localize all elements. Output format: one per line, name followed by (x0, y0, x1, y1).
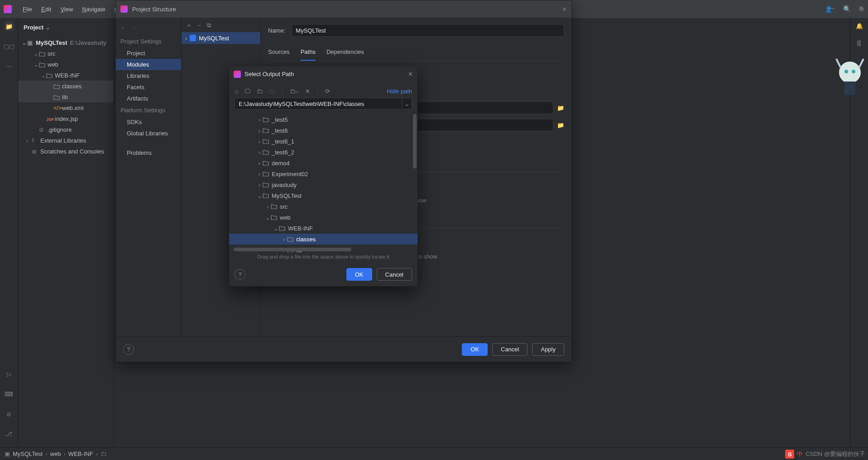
menu-view[interactable]: View (57, 4, 77, 14)
tree-item[interactable]: lib (18, 91, 114, 102)
breadcrumb[interactable]: MySQLTest (13, 450, 43, 457)
sop-tree-item[interactable]: ›javastudy (229, 179, 417, 190)
tree-item[interactable]: JSPindex.jsp (18, 113, 114, 124)
minimize-icon[interactable]: — (827, 5, 833, 11)
ps-close-icon[interactable]: ✕ (562, 6, 567, 13)
tree-item-label: web.xml (62, 105, 84, 111)
project-tree[interactable]: ⌄ ▣ MySQLTest E:\Javastudy ⌄src⌄web⌄WEB-… (18, 36, 114, 158)
browse-folder-icon[interactable]: 📁 (557, 122, 564, 129)
tree-root[interactable]: ⌄ ▣ MySQLTest E:\Javastudy (18, 37, 114, 48)
maximize-icon[interactable]: ❐ (843, 5, 849, 11)
menu-edit[interactable]: Edit (38, 4, 55, 14)
notifications-icon[interactable]: 🔔 (856, 23, 863, 29)
tree-item[interactable]: classes (18, 81, 114, 91)
ime-sogou-icon[interactable]: S (785, 450, 794, 459)
sop-tree-item[interactable]: ›Experiment02 (229, 168, 417, 179)
tree-item[interactable]: ›⫴External Libraries (18, 135, 114, 146)
ps-nav-modules[interactable]: Modules (116, 59, 181, 70)
sop-cancel-button[interactable]: Cancel (377, 268, 412, 281)
sop-tree-item[interactable]: ›src (229, 201, 417, 212)
sop-item-label: _test6_2 (272, 149, 294, 156)
refresh-icon[interactable]: ⟳ (325, 88, 330, 95)
sop-tree-item[interactable]: ›_test5 (229, 114, 417, 125)
ps-cancel-button[interactable]: Cancel (492, 343, 528, 356)
desktop-icon[interactable]: 🖵 (245, 88, 250, 95)
sop-tree[interactable]: ›_test5›_test6›_test6_1›_test6_2›demo4›E… (229, 112, 417, 252)
tree-item[interactable]: ⊘.gitignore (18, 124, 114, 135)
menu-file[interactable]: File (19, 4, 36, 14)
sop-tree-item[interactable]: ⌄web (229, 212, 417, 223)
sop-tree-item[interactable]: ›demo4 (229, 158, 417, 168)
help-icon[interactable]: ? (235, 269, 245, 280)
ps-nav-artifacts[interactable]: Artifacts (116, 93, 181, 104)
caret-icon: › (256, 160, 263, 167)
structure-tool-icon[interactable]: ▢▢ (5, 42, 14, 51)
add-icon[interactable]: ＋ (186, 21, 192, 29)
tab-dependencies[interactable]: Dependencies (326, 46, 364, 61)
caret-icon: › (264, 203, 271, 210)
tree-item[interactable]: ≣Scratches and Consoles (18, 146, 114, 157)
breadcrumb[interactable]: WEB-INF (68, 450, 93, 457)
caret-icon: ⌄ (34, 50, 39, 57)
module-root-icon[interactable]: 🗀 (269, 88, 275, 95)
menu-navigate[interactable]: Navigate (78, 4, 109, 14)
hide-path-link[interactable]: Hide path (387, 88, 412, 95)
tree-item-label: Scratches and Consoles (40, 148, 104, 155)
project-tool-icon[interactable]: 📁 (5, 22, 14, 31)
sop-item-label: _test6_1 (272, 138, 294, 145)
folder-icon (53, 82, 60, 90)
tree-item[interactable]: </>web.xml (18, 102, 114, 113)
browse-folder-icon[interactable]: 📁 (557, 105, 564, 111)
sop-tree-item[interactable]: ⌄WEB-INF (229, 223, 417, 234)
ps-nav-facets[interactable]: Facets (116, 81, 181, 93)
database-icon[interactable]: 🗄 (856, 40, 862, 47)
module-row[interactable]: › MySQLTest (182, 32, 260, 44)
path-dropdown-icon[interactable]: ⌄ (402, 98, 412, 110)
horizontal-scrollbar[interactable] (234, 248, 351, 251)
sop-tree-item[interactable]: ›_test6_1 (229, 136, 417, 147)
ps-nav-problems[interactable]: Problems (116, 147, 181, 158)
sop-tree-item[interactable]: ⌄MySQLTest (229, 190, 417, 201)
close-icon[interactable]: ✕ (858, 5, 863, 11)
git-tool-icon[interactable]: ⎇ (5, 429, 14, 438)
tree-item[interactable]: ⌄src (18, 48, 114, 59)
breadcrumb[interactable]: web (50, 450, 61, 457)
home-icon[interactable]: ⌂ (235, 88, 238, 95)
tree-item-label: src (48, 50, 55, 57)
ps-nav-libraries[interactable]: Libraries (116, 70, 181, 81)
ps-nav-sdks[interactable]: SDKs (116, 116, 181, 128)
sop-tree-item[interactable]: ›classes (229, 234, 417, 244)
module-name-input[interactable] (292, 24, 564, 37)
ps-ok-button[interactable]: OK (462, 343, 488, 356)
sop-close-icon[interactable]: ✕ (408, 71, 413, 77)
problems-tool-icon[interactable]: ⊘ (5, 409, 14, 418)
ps-nav-project[interactable]: Project (116, 48, 181, 59)
remove-icon[interactable]: － (197, 21, 202, 29)
tree-item[interactable]: ⌄WEB-INF (18, 70, 114, 81)
help-icon[interactable]: ? (123, 344, 134, 355)
delete-icon[interactable]: ✕ (305, 88, 310, 95)
tab-paths[interactable]: Paths (301, 46, 316, 61)
project-panel-header[interactable]: Project ⌄ (18, 18, 114, 36)
more-tool-icon[interactable]: ⋯ (5, 62, 14, 71)
vertical-scrollbar[interactable] (413, 114, 417, 168)
new-folder-icon[interactable]: 🗀₊ (290, 88, 299, 95)
ps-nav-global-libraries[interactable]: Global Libraries (116, 128, 181, 139)
app-logo-icon (120, 5, 128, 13)
sop-ok-button[interactable]: OK (346, 268, 372, 281)
caret-icon: › (256, 149, 263, 156)
sop-tree-item[interactable]: ›_test6 (229, 125, 417, 136)
ps-titlebar[interactable]: Project Structure ✕ (116, 0, 571, 18)
sop-tree-item[interactable]: ›_test6_2 (229, 147, 417, 158)
project-root-icon[interactable]: 🗀 (257, 88, 263, 95)
nav-back-icon[interactable]: ← (120, 24, 126, 31)
ps-apply-button[interactable]: Apply (532, 343, 564, 356)
terminal-tool-icon[interactable]: ⌨ (5, 389, 14, 398)
sop-path-input[interactable] (235, 98, 402, 110)
nav-forward-icon[interactable]: → (131, 24, 137, 31)
tab-sources[interactable]: Sources (268, 46, 290, 61)
copy-icon[interactable]: ⧉ (207, 22, 211, 29)
tree-item[interactable]: ⌄web (18, 59, 114, 70)
run-tool-icon[interactable]: ▷ (5, 369, 14, 379)
sop-titlebar[interactable]: Select Output Path ✕ (229, 66, 417, 82)
